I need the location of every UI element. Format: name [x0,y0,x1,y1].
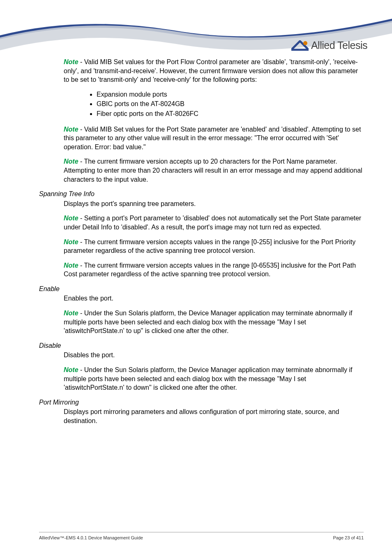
note-port-priority-range: Note - The current firmware version acce… [64,238,364,255]
header-swoosh-graphic [0,0,392,66]
note-text: - Under the Sun Solaris platform, the De… [64,366,353,391]
note-text: - The current firmware version accepts u… [64,158,362,183]
heading-spanning-tree: Spanning Tree Info [39,190,364,199]
brand-logo: Allied Telesis [291,39,367,52]
note-label: Note [64,310,78,317]
desc-port-mirroring: Displays port mirroring parameters and a… [64,407,364,425]
note-text: - Valid MIB Set values for the Port Stat… [64,126,361,150]
note-text: - Valid MIB Set values for the Port Flow… [64,58,358,83]
svg-point-1 [303,41,307,45]
note-label: Note [64,262,78,269]
port-list: Expansion module ports GBIC ports on the… [97,90,364,118]
note-port-name-length: Note - The current firmware version acce… [64,157,364,184]
note-text: - The current firmware version accepts v… [64,262,356,278]
note-label: Note [64,366,78,373]
desc-enable: Enables the port. [64,294,364,303]
page-content: Note - Valid MIB Set values for the Port… [39,58,364,431]
list-item: GBIC ports on the AT-8024GB [97,99,364,109]
heading-enable: Enable [39,284,364,294]
note-label: Note [64,238,78,245]
note-solaris-enable: Note - Under the Sun Solaris platform, t… [64,309,364,335]
note-text: - Under the Sun Solaris platform, the De… [64,310,353,334]
logo-triangle-icon [291,40,309,51]
note-label: Note [64,126,78,133]
note-port-state: Note - Valid MIB Set values for the Port… [64,125,364,152]
note-flow-control: Note - Valid MIB Set values for the Port… [64,58,364,84]
list-item: Fiber optic ports on the AT-8026FC [97,109,364,118]
note-port-disabled-image: Note - Setting a port's Port parameter t… [64,214,364,231]
desc-spanning-tree: Displays the port's spanning tree parame… [64,199,364,208]
heading-port-mirroring: Port Mirroring [39,398,364,407]
logo-text: Allied Telesis [311,39,367,53]
note-label: Note [64,158,78,165]
desc-disable: Disables the port. [64,351,364,360]
note-port-path-cost-range: Note - The current firmware version acce… [64,261,364,279]
footer-right: Page 23 of 411 [333,535,364,541]
note-solaris-disable: Note - Under the Sun Solaris platform, t… [64,365,364,392]
footer-left: AlliedView™-EMS 4.0.1 Device Management … [39,535,143,541]
list-item: Expansion module ports [97,90,364,99]
note-text: - Setting a port's Port parameter to 'di… [64,215,361,231]
note-text: - The current firmware version accepts v… [64,238,355,254]
note-label: Note [64,215,78,222]
page-footer: AlliedView™-EMS 4.0.1 Device Management … [39,532,364,541]
heading-disable: Disable [39,341,364,350]
note-label: Note [64,58,78,65]
